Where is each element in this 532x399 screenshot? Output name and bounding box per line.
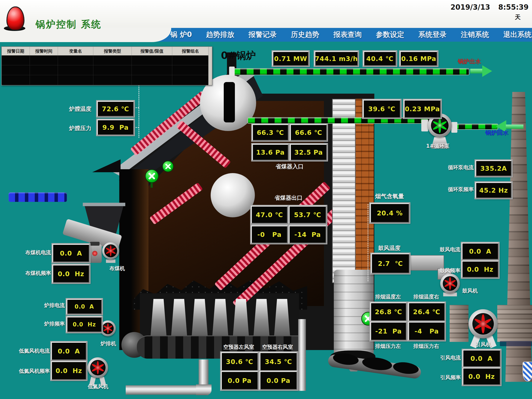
eco-outlet-label: 省煤器出口	[265, 194, 312, 202]
feeder-current-label: 布煤机电流	[13, 249, 51, 256]
preheater-left-pa-display: 0.0 Pa	[221, 371, 258, 390]
valve-indicator[interactable]	[162, 161, 174, 172]
steam-drum-slot	[224, 82, 235, 122]
grate-drive-fan-icon[interactable]	[100, 321, 116, 336]
menu-trend[interactable]: 趋势排放	[206, 30, 234, 39]
menu-history-trend[interactable]: 历史趋势	[291, 30, 319, 39]
exhaust-temp-left-display: 26.8 ℃	[370, 302, 407, 321]
return-temp-display: 39.6 ℃	[363, 100, 401, 118]
induced-freq-label: 引风频率	[426, 374, 461, 381]
induced-freq-display: 0.0 Hz	[462, 368, 501, 385]
col-alarm-date: 报警日期	[2, 47, 30, 55]
grate-name: 炉排机	[96, 340, 120, 347]
exhaust-temp-right-label: 排烟温度右	[408, 293, 444, 300]
time-text: 8:55:39	[498, 3, 529, 11]
fan-hub-dot	[96, 366, 100, 370]
lownox-current-display: 0.0 A	[51, 342, 87, 360]
exhaust-pressure-right-label: 排烟压力右	[408, 343, 444, 350]
fan-base	[106, 259, 115, 263]
alarm-table-row[interactable]	[2, 55, 209, 65]
blast-freq-display: 0.0 Hz	[462, 261, 499, 278]
valve-indicator[interactable]	[145, 169, 159, 183]
blast-fan-icon[interactable]	[440, 274, 460, 293]
menu-alarm-log[interactable]: 报警记录	[248, 30, 277, 39]
fan-hub-dot	[106, 327, 109, 330]
return-pipe-label: 锅炉回水	[485, 129, 508, 137]
menu-exit[interactable]: 退出系统	[503, 30, 532, 39]
return-pressure-display: 0.23 MPa	[404, 100, 441, 118]
eco-inlet-temp2-display: 66.6 ℃	[290, 124, 327, 141]
furnace-pressure-label: 炉膛压力	[69, 124, 91, 132]
motor-cap	[90, 242, 100, 246]
outlet-power-display: 0.71 MW	[272, 51, 309, 66]
menu-report-query[interactable]: 报表查询	[333, 30, 362, 39]
induced-fan-icon[interactable]	[469, 309, 498, 339]
alarm-table-scrollbar[interactable]	[208, 47, 212, 85]
preheater-right-pa-display: 0.0 Pa	[260, 371, 297, 390]
menu-logout[interactable]: 注销系统	[461, 30, 489, 39]
circulation-pump-name: 1#循环泵	[422, 143, 454, 150]
fan-hub	[443, 276, 457, 291]
eco-outlet-pa2-display: -14 Pa	[289, 225, 327, 243]
col-alarm-type: 报警类型	[93, 47, 132, 55]
alarm-cell	[30, 65, 58, 75]
eco-outlet-pa1-display: -0 Pa	[251, 225, 288, 243]
alarm-cell	[93, 55, 132, 65]
pump-flange	[451, 122, 457, 133]
fan-hub	[104, 244, 117, 257]
grate-current-label: 炉排电流	[28, 302, 65, 309]
coal-hopper-lip	[83, 203, 125, 206]
alarm-table-row[interactable]	[2, 75, 209, 85]
eco-inlet-pa2-display: 32.5 Pa	[290, 144, 327, 161]
brick-tower-right	[497, 305, 532, 342]
preheater-left-temp-display: 30.6 ℃	[221, 352, 258, 371]
grate-current-display: 0.0 A	[66, 299, 102, 314]
lower-drum	[211, 173, 255, 217]
col-var-name: 变量名	[58, 47, 93, 55]
furnace-pressure-display: 9.9 Pa	[97, 119, 134, 135]
low-nox-fan-icon[interactable]	[88, 357, 108, 378]
furnace-temp-display: 72.6 ℃	[97, 101, 134, 117]
low-nox-fan-name: 低氮风机	[84, 383, 112, 390]
water-inlet-pipe	[9, 192, 67, 202]
outlet-pipe-label: 锅炉出水	[458, 58, 481, 65]
roof-eave	[92, 159, 120, 172]
eco-inlet-temp1-display: 66.3 ℃	[252, 124, 289, 141]
corner-logo	[523, 362, 532, 381]
menu-param-setting[interactable]: 参数设定	[376, 30, 404, 39]
coal-feeder-motor-icon[interactable]	[88, 244, 102, 263]
coal-feeder-fan-icon[interactable]	[102, 242, 119, 259]
exhaust-pa-right-display: -4 Pa	[408, 322, 445, 340]
menu-boiler0[interactable]: 锅 炉0	[170, 30, 192, 39]
col-alarm-value: 报警值/限值	[132, 47, 172, 55]
alarm-table-row[interactable]	[2, 65, 209, 75]
alarm-cell	[2, 55, 30, 65]
exhaust-temp-left-label: 排烟温度左	[370, 293, 406, 300]
induced-fan-name: 引风机	[471, 341, 495, 348]
exhaust-temp-right-display: 26.4 ℃	[408, 302, 445, 321]
flue-o2-label: 烟气含氧量	[368, 192, 411, 200]
alarm-cell	[30, 75, 58, 85]
fan-hub-dot	[480, 321, 486, 327]
induced-current-display: 0.0 A	[462, 350, 501, 367]
feeder-freq-display: 0.0 Hz	[52, 265, 90, 283]
return-arrow-shaft	[506, 124, 523, 129]
menu-system-login[interactable]: 系统登录	[418, 30, 447, 39]
eco-inlet-label: 省煤器入口	[266, 163, 313, 170]
return-water-pipe	[247, 117, 430, 124]
exhaust-pressure-left-label: 排烟压力左	[370, 343, 406, 350]
eco-outlet-temp1-display: 47.0 ℃	[251, 206, 288, 224]
day-text: 天	[515, 13, 521, 21]
alarm-lamp-icon	[6, 7, 25, 31]
fan-hub	[90, 360, 105, 375]
alarm-cell	[172, 65, 209, 75]
fan-hub-dot	[448, 281, 452, 285]
bottom-steam-pipe-h	[126, 385, 201, 395]
exhaust-pa-left-display: -21 Pa	[370, 322, 407, 340]
pump-hub	[431, 117, 449, 134]
circ-current-label: 循环泵电流	[441, 164, 474, 171]
outlet-water-pipe	[233, 68, 469, 75]
alarm-cell	[58, 65, 93, 75]
outlet-pressure-display: 0.16 MPa	[400, 51, 438, 66]
bottom-pipe-elbow	[196, 384, 211, 395]
